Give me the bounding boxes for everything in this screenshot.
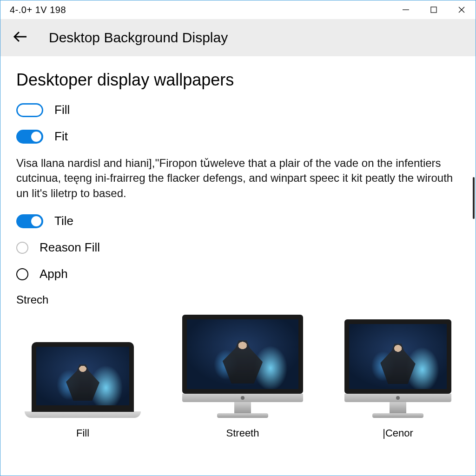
back-button[interactable] bbox=[13, 31, 28, 45]
maximize-icon bbox=[430, 6, 437, 13]
back-arrow-icon bbox=[13, 31, 28, 43]
preview-streeth-caption: Streeth bbox=[226, 427, 259, 439]
monitor-screen bbox=[182, 315, 303, 394]
tile-label: Tile bbox=[54, 214, 73, 228]
minimize-button[interactable] bbox=[392, 0, 420, 19]
monitor-chin bbox=[182, 394, 303, 402]
monitor-screen bbox=[344, 319, 451, 394]
preview-fill[interactable]: Fill bbox=[25, 342, 141, 439]
window-controls bbox=[392, 0, 476, 19]
monitor-stand bbox=[390, 402, 406, 413]
description-text: Visa llana nardisl and hiani],''Firopon … bbox=[16, 156, 460, 201]
svg-rect-1 bbox=[431, 7, 436, 13]
scrollbar-thumb[interactable] bbox=[473, 177, 475, 219]
maximize-button[interactable] bbox=[420, 0, 448, 19]
close-button[interactable] bbox=[448, 0, 476, 19]
option-fill[interactable]: Fill bbox=[16, 103, 460, 117]
preview-streeth[interactable]: Streeth bbox=[182, 315, 303, 439]
header-title: Desktop Background Display bbox=[49, 30, 228, 46]
page-title: Desktoper display wallpapers bbox=[16, 70, 460, 90]
titlebar-text: 4-.0+ 1V 198 bbox=[10, 5, 66, 15]
header-bar: Desktop Background Display bbox=[0, 19, 476, 56]
monitor-device-narrow bbox=[344, 319, 451, 418]
option-reason-fill[interactable]: Reason Fill bbox=[16, 240, 460, 255]
fit-label: Fit bbox=[54, 129, 68, 144]
fill-label: Fill bbox=[54, 103, 70, 117]
monitor-foot bbox=[217, 413, 268, 418]
option-apph[interactable]: Apph bbox=[16, 267, 460, 281]
apph-radio[interactable] bbox=[16, 268, 28, 280]
preview-fill-caption: Fill bbox=[76, 427, 89, 439]
preview-row: Fill Streeth bbox=[16, 315, 460, 439]
window-titlebar: 4-.0+ 1V 198 bbox=[0, 0, 476, 19]
strech-label: Strech bbox=[16, 293, 460, 306]
reason-fill-radio[interactable] bbox=[16, 242, 28, 254]
preview-cenor-caption: |Cenor bbox=[383, 427, 413, 439]
main-content: Desktoper display wallpapers Fill Fit Vi… bbox=[0, 56, 476, 439]
fill-toggle[interactable] bbox=[16, 103, 43, 117]
monitor-foot bbox=[372, 413, 423, 418]
monitor-stand bbox=[234, 402, 251, 413]
option-fit[interactable]: Fit bbox=[16, 129, 460, 144]
reason-fill-label: Reason Fill bbox=[40, 240, 100, 255]
laptop-device bbox=[25, 342, 141, 418]
close-icon bbox=[457, 6, 466, 14]
monitor-device bbox=[182, 315, 303, 418]
laptop-screen bbox=[32, 342, 134, 412]
fit-toggle[interactable] bbox=[16, 130, 43, 144]
preview-cenor[interactable]: |Cenor bbox=[344, 319, 451, 439]
option-tile[interactable]: Tile bbox=[16, 214, 460, 228]
apph-label: Apph bbox=[40, 267, 68, 281]
minimize-icon bbox=[402, 6, 410, 14]
tile-toggle[interactable] bbox=[16, 214, 43, 228]
monitor-chin bbox=[344, 394, 451, 402]
laptop-base bbox=[25, 411, 141, 418]
